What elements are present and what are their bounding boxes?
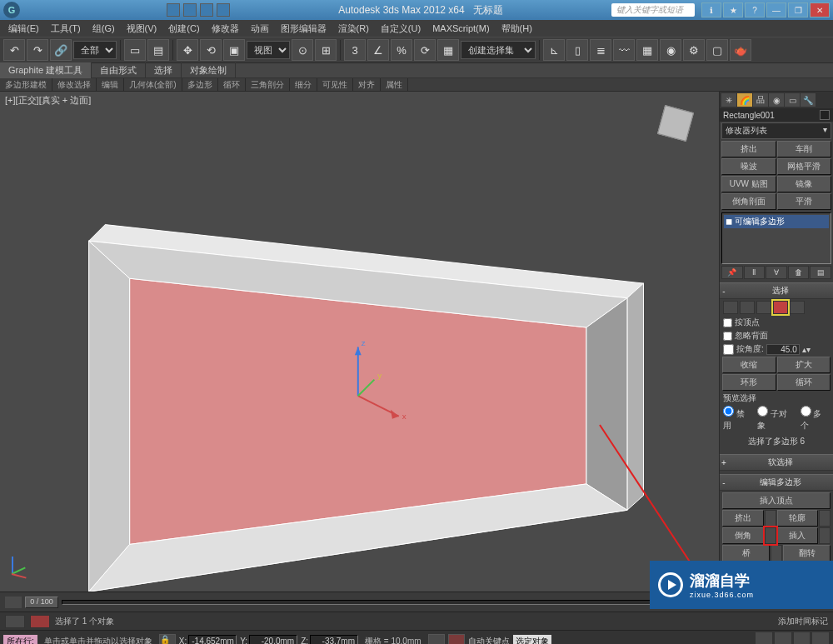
ignore-backface-check[interactable]: 忽略背面 xyxy=(720,329,833,342)
ql-btn[interactable] xyxy=(200,3,213,17)
curve-editor-icon[interactable]: 〰 xyxy=(613,39,635,61)
select-icon[interactable]: ▭ xyxy=(124,39,146,61)
ring-button[interactable]: 环形 xyxy=(722,374,776,391)
mod-mirror[interactable]: 镜像 xyxy=(777,176,832,192)
display-tab-icon[interactable]: ▭ xyxy=(785,93,800,107)
mini-curve-icon[interactable] xyxy=(5,615,25,628)
mod-noise[interactable]: 噪波 xyxy=(721,158,776,175)
menu-help[interactable]: 帮助(H) xyxy=(496,21,537,37)
sub-props[interactable]: 属性 xyxy=(381,78,408,92)
radio-disable[interactable]: 禁用 xyxy=(723,406,752,432)
object-name-field[interactable]: Rectangle001 xyxy=(720,108,833,122)
extrude-settings-icon[interactable] xyxy=(765,510,776,527)
flip-button[interactable]: 翻转 xyxy=(783,545,831,562)
remove-mod-icon[interactable]: 🗑 xyxy=(788,266,810,279)
menu-modifier[interactable]: 修改器 xyxy=(207,21,244,37)
named-sel-combo[interactable]: 创建选择集 xyxy=(461,41,536,59)
ribbon-tab-freeform[interactable]: 自由形式 xyxy=(92,62,146,78)
insert-vertex-button[interactable]: 插入顶点 xyxy=(722,492,831,509)
bevel-settings-icon[interactable] xyxy=(765,527,776,544)
material-editor-icon[interactable]: ◉ xyxy=(660,39,681,61)
autokey-button[interactable] xyxy=(448,634,465,645)
loop-button[interactable]: 循环 xyxy=(777,374,831,391)
grow-button[interactable]: 扩大 xyxy=(777,357,831,373)
viewport-ortho[interactable]: [+][正交][真实 + 边面] z xyxy=(0,92,719,592)
layers-icon[interactable]: ≣ xyxy=(590,39,611,61)
sub-vis[interactable]: 可见性 xyxy=(317,78,353,92)
menu-render[interactable]: 渲染(R) xyxy=(333,21,374,37)
sub-poly[interactable]: 多边形 xyxy=(182,78,218,92)
sub-tri[interactable]: 三角剖分 xyxy=(246,78,290,92)
inset-settings-icon[interactable] xyxy=(819,527,831,544)
menu-grapheditor[interactable]: 图形编辑器 xyxy=(276,21,332,37)
coord-z[interactable]: Z:-33.7mm xyxy=(301,635,358,644)
refcoord-combo[interactable]: 视图 xyxy=(247,41,290,59)
sub-geomall[interactable]: 几何体(全部) xyxy=(124,78,182,92)
sub-subdiv[interactable]: 细分 xyxy=(290,78,317,92)
shrink-button[interactable]: 收缩 xyxy=(722,357,776,373)
close-button[interactable]: ✕ xyxy=(810,2,830,17)
time-handle[interactable]: 0 / 100 xyxy=(25,597,58,608)
schematic-icon[interactable]: ▦ xyxy=(636,39,658,61)
create-tab-icon[interactable]: ✳ xyxy=(721,93,736,107)
radio-multi[interactable]: 多个 xyxy=(801,406,830,432)
by-vertex-check[interactable]: 按顶点 xyxy=(720,316,833,329)
align-icon[interactable]: ▯ xyxy=(566,39,588,61)
menu-anim[interactable]: 动画 xyxy=(246,21,274,37)
coord-x[interactable]: X:-14.652mm xyxy=(179,635,237,644)
info-button[interactable]: ℹ xyxy=(701,2,721,17)
mod-smooth[interactable]: 平滑 xyxy=(777,193,832,210)
mod-meshsmooth[interactable]: 网格平滑 xyxy=(777,158,832,175)
link-icon[interactable]: 🔗 xyxy=(50,39,72,61)
redo-icon[interactable]: ↷ xyxy=(27,39,48,61)
zoom-icon[interactable] xyxy=(793,632,811,645)
menu-tools[interactable]: 工具(T) xyxy=(46,21,86,37)
color-swatch[interactable] xyxy=(820,110,830,120)
render-icon[interactable]: 🫖 xyxy=(730,39,751,61)
spinner-snap-icon[interactable]: ⟳ xyxy=(414,39,436,61)
ql-btn[interactable] xyxy=(167,3,180,17)
menu-edit[interactable]: 编辑(E) xyxy=(3,21,44,37)
pin-stack-icon[interactable]: 📌 xyxy=(721,266,743,279)
mod-uvwmap[interactable]: UVW 贴图 xyxy=(721,176,776,192)
trackbar-box[interactable] xyxy=(30,615,50,628)
viewport-label[interactable]: [+][正交][真实 + 边面] xyxy=(5,94,91,107)
pan-icon[interactable] xyxy=(755,632,773,645)
add-time-tag[interactable]: 添加时间标记 xyxy=(778,616,828,627)
rollout-selection[interactable]: -选择 xyxy=(720,282,833,299)
maximize-button[interactable]: ❐ xyxy=(788,2,808,17)
mirror-icon[interactable]: ⊾ xyxy=(543,39,565,61)
app-logo-icon[interactable]: G xyxy=(3,2,20,18)
modifier-stack[interactable]: ◼ 可编辑多边形 xyxy=(721,212,831,264)
menu-customize[interactable]: 自定义(U) xyxy=(376,21,426,37)
by-angle-check[interactable]: 按角度:45.0▴▾ xyxy=(720,342,833,356)
slider-start-icon[interactable] xyxy=(5,597,22,608)
show-end-icon[interactable]: Ⅱ xyxy=(744,266,766,279)
outline-button[interactable]: 轮廓 xyxy=(777,510,819,527)
minimize-button[interactable]: — xyxy=(766,2,786,17)
render-setup-icon[interactable]: ⚙ xyxy=(683,39,705,61)
ribbon-tab-objpaint[interactable]: 对象绘制 xyxy=(182,62,236,78)
vertex-icon[interactable] xyxy=(723,301,738,314)
mod-lathe[interactable]: 车削 xyxy=(777,141,832,157)
bridge-settings-icon[interactable] xyxy=(771,545,782,562)
sub-align[interactable]: 对齐 xyxy=(353,78,381,92)
percent-snap-icon[interactable]: % xyxy=(391,39,412,61)
ribbon-tab-modeling[interactable]: Graphite 建模工具 xyxy=(0,62,92,78)
selection-filter[interactable]: 全部 xyxy=(73,41,117,59)
help-search[interactable]: 键入关键字或短语 xyxy=(611,3,695,17)
menu-maxscript[interactable]: MAXScript(M) xyxy=(427,22,494,35)
sub-edit[interactable]: 编辑 xyxy=(97,78,124,92)
sub-modsel[interactable]: 修改选择 xyxy=(52,78,97,92)
menu-create[interactable]: 创建(C) xyxy=(163,21,204,37)
ql-btn[interactable] xyxy=(183,3,197,17)
select-scale-icon[interactable]: ▣ xyxy=(223,39,245,61)
radio-subobj[interactable]: 子对象 xyxy=(757,406,795,432)
lock-icon[interactable]: 🔒 xyxy=(159,634,176,645)
select-move-icon[interactable]: ✥ xyxy=(177,39,198,61)
edged-icon[interactable]: ▦ xyxy=(437,39,459,61)
rollout-softsel[interactable]: +软选择 xyxy=(720,454,833,471)
sub-loop[interactable]: 循环 xyxy=(218,78,246,92)
modifier-list-combo[interactable]: 修改器列表▾ xyxy=(721,122,831,139)
render-frame-icon[interactable]: ▢ xyxy=(706,39,728,61)
